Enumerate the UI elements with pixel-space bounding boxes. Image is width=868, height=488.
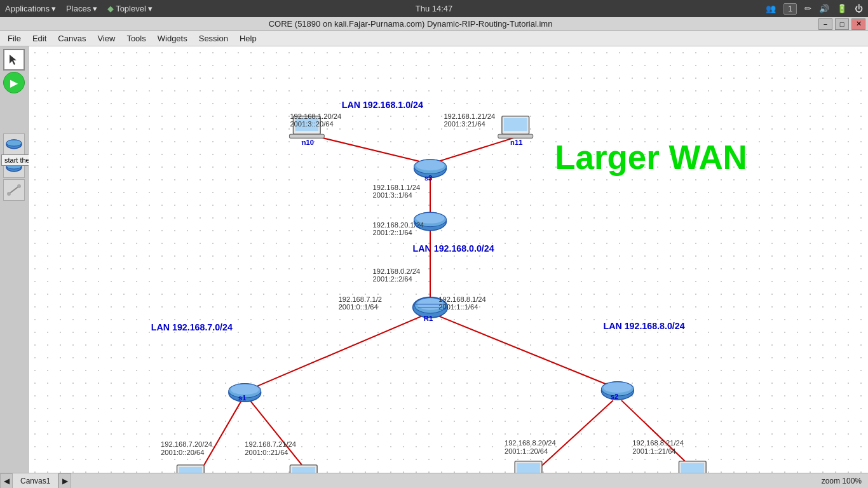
- network-tool-1[interactable]: [3, 133, 25, 155]
- menu-item-view[interactable]: View: [92, 32, 120, 44]
- system-time: Thu 14:47: [416, 4, 453, 13]
- svg-point-30: [604, 383, 632, 393]
- battery-icon: 🔋: [837, 4, 847, 13]
- mid-addr4: 2001:2::2/64: [373, 275, 412, 283]
- r1-right2: 2001:1::1/64: [438, 303, 478, 311]
- mid-addr1: 192.168.20.1/24: [373, 221, 424, 229]
- n5-addr2: 2001:1::20/64: [505, 447, 548, 455]
- n2-addr2: 2001:0::21/64: [245, 449, 288, 456]
- window-title: CORE (51890 on kali.Fajar-Purnama.com) D…: [3, 19, 818, 29]
- lan0-label: LAN 192.168.0.0/24: [413, 243, 494, 254]
- node-n2[interactable]: [286, 465, 321, 473]
- lan1-label: LAN 192.168.1.0/24: [342, 100, 423, 110]
- system-bar: Applications ▾ Places ▾ ◆ Toplevel ▾ Thu…: [0, 0, 868, 17]
- r1-right1: 192.168.8.1/24: [438, 295, 486, 303]
- status-bar: ◀ Canvas1 ▶ zoom 100%: [0, 473, 868, 488]
- left-toolbar: ▶ start the session: [0, 46, 29, 473]
- link-n10-s3: [313, 135, 430, 164]
- system-bar-left: Applications ▾ Places ▾ ◆ Toplevel ▾: [5, 4, 153, 13]
- lan7-label: LAN 192.168.7.0/24: [151, 322, 233, 332]
- node-s3-label: s3: [424, 174, 432, 182]
- svg-rect-38: [517, 463, 540, 473]
- node-n10-label: n10: [302, 139, 314, 146]
- close-button[interactable]: ✕: [851, 18, 865, 30]
- n5-addr1: 192.168.8.20/24: [505, 439, 556, 447]
- svg-rect-41: [681, 463, 705, 473]
- n11-addr1: 192.168.1.21/24: [444, 112, 495, 120]
- applications-label: Applications: [5, 4, 50, 13]
- svg-rect-35: [292, 467, 315, 473]
- r1-left1: 192.168.7.1/2: [339, 295, 382, 303]
- toplevel-chevron-icon: ▾: [148, 4, 153, 13]
- applications-menu[interactable]: Applications ▾: [5, 4, 56, 13]
- link-s1-n2: [250, 400, 308, 473]
- mid-addr2: 2001:2::1/64: [373, 229, 412, 236]
- menu-item-file[interactable]: File: [3, 32, 26, 44]
- menu-item-help[interactable]: Help: [234, 32, 262, 44]
- pen-icon: ✏: [804, 4, 811, 13]
- r1-left2: 2001:0::1/64: [339, 303, 378, 311]
- select-tool[interactable]: [3, 49, 25, 71]
- menu-bar: FileEditCanvasViewToolsWidgetsSessionHel…: [0, 31, 868, 46]
- n2-addr1: 192.168.7.21/24: [245, 440, 296, 448]
- places-menu[interactable]: Places ▾: [66, 4, 97, 13]
- n6-addr2: 2001:1::21/64: [632, 447, 675, 455]
- scroll-right-button[interactable]: ▶: [58, 473, 71, 489]
- network-diagram: Larger WAN LAN 192.168.1.0/24 LAN 192.16…: [29, 46, 868, 473]
- n10-addr1: 192.168.1.20/24: [290, 112, 341, 120]
- menu-item-canvas[interactable]: Canvas: [53, 32, 91, 44]
- svg-rect-32: [179, 467, 203, 473]
- canvas-tab[interactable]: Canvas1: [13, 473, 58, 488]
- maximize-button[interactable]: □: [835, 18, 849, 30]
- s3-addr2: 2001:3::1/64: [373, 191, 412, 199]
- minimize-button[interactable]: −: [818, 18, 832, 30]
- link-router-s2: [435, 315, 614, 388]
- svg-point-27: [231, 384, 259, 395]
- volume-icon: 🔊: [819, 4, 829, 13]
- node-s1-label: s1: [238, 394, 246, 402]
- wan-title: Larger WAN: [555, 139, 747, 176]
- svg-point-7: [17, 184, 21, 188]
- node-n5[interactable]: [511, 461, 546, 473]
- scroll-left-button[interactable]: ◀: [0, 473, 13, 489]
- play-button[interactable]: ▶: [3, 72, 25, 93]
- toplevel-menu[interactable]: ◆ Toplevel ▾: [107, 4, 153, 13]
- menu-item-edit[interactable]: Edit: [27, 32, 51, 44]
- node-n1[interactable]: [173, 465, 208, 473]
- places-chevron-icon: ▾: [93, 4, 97, 13]
- power-icon: ⏻: [855, 4, 863, 13]
- n1-addr1: 192.168.7.20/24: [161, 440, 212, 448]
- main-area: ▶ start the session Larger: [0, 46, 868, 473]
- menu-item-session[interactable]: Session: [194, 32, 233, 44]
- node-r1-label: R1: [424, 315, 433, 322]
- svg-rect-13: [498, 134, 533, 138]
- link-s1-n1: [200, 400, 241, 473]
- zoom-indicator: zoom 100%: [822, 477, 868, 485]
- s3-addr1: 192.168.1.1/24: [373, 184, 421, 191]
- n10-addr2: 2001:3::20/64: [290, 120, 333, 128]
- n1-addr2: 2001:0::20/64: [161, 449, 204, 456]
- link-n11-s3: [430, 135, 521, 164]
- canvas-area: Larger WAN LAN 192.168.1.0/24 LAN 192.16…: [29, 46, 868, 473]
- menu-item-tools[interactable]: Tools: [121, 32, 151, 44]
- title-bar: CORE (51890 on kali.Fajar-Purnama.com) D…: [0, 17, 868, 31]
- node-n11[interactable]: [498, 116, 533, 139]
- svg-point-2: [6, 140, 22, 146]
- lan8-label: LAN 192.168.8.0/24: [604, 321, 685, 331]
- link-router-s1: [248, 315, 426, 390]
- svg-marker-0: [10, 55, 17, 65]
- node-n6[interactable]: [675, 461, 710, 473]
- svg-point-6: [7, 192, 11, 196]
- window-controls: − □ ✕: [818, 18, 865, 30]
- link-tool[interactable]: [3, 179, 25, 201]
- menu-item-widgets[interactable]: Widgets: [153, 32, 193, 44]
- node-n11-label: n11: [510, 139, 522, 146]
- toplevel-label: Toplevel: [116, 4, 146, 13]
- n11-addr2: 2001:3:21/64: [444, 120, 485, 128]
- toplevel-icon: ◆: [107, 4, 114, 13]
- mid-addr3: 192.168.0.2/24: [373, 268, 421, 275]
- svg-rect-10: [289, 134, 324, 138]
- places-label: Places: [66, 4, 91, 13]
- workspace-badge[interactable]: 1: [783, 3, 797, 15]
- users-icon: 👥: [766, 4, 776, 13]
